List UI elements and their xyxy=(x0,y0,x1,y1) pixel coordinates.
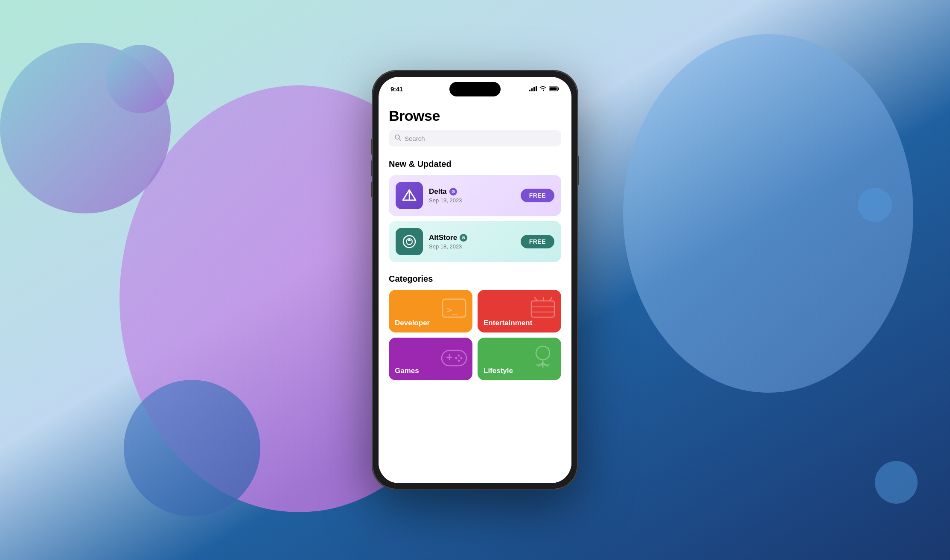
svg-point-20 xyxy=(453,191,454,192)
svg-marker-23 xyxy=(408,238,411,241)
categories-grid: >_ Developer xyxy=(379,290,571,380)
svg-point-26 xyxy=(463,237,464,238)
svg-rect-13 xyxy=(550,88,557,90)
delta-app-name: Delta xyxy=(429,187,447,196)
svg-rect-9 xyxy=(531,88,533,91)
altstore-verified-icon xyxy=(460,234,467,242)
search-icon xyxy=(395,134,401,142)
svg-point-39 xyxy=(460,357,463,359)
app-cards-list: Delta Sep 19, 2023 FREE xyxy=(379,175,571,262)
altstore-app-info: AltStore Sep 18, 2023 xyxy=(429,233,515,250)
phone-device: 9:41 xyxy=(373,71,577,489)
delta-name-row: Delta xyxy=(429,187,515,196)
svg-point-42 xyxy=(536,346,550,360)
new-updated-section: New & Updated xyxy=(379,159,571,262)
games-label: Games xyxy=(395,367,419,375)
delta-app-info: Delta Sep 19, 2023 xyxy=(429,187,515,204)
games-icon xyxy=(439,341,469,376)
altstore-app-card[interactable]: AltStore Sep 18, 2023 FREE xyxy=(389,221,561,262)
wifi-icon xyxy=(539,86,546,91)
altstore-app-date: Sep 18, 2023 xyxy=(429,243,515,250)
dynamic-island xyxy=(449,82,501,96)
category-lifestyle[interactable]: Lifestyle xyxy=(478,338,561,380)
categories-title: Categories xyxy=(379,274,571,284)
phone-screen: 9:41 xyxy=(379,77,571,483)
svg-rect-29 xyxy=(531,301,554,317)
page-title: Browse xyxy=(389,108,561,124)
category-developer[interactable]: >_ Developer xyxy=(389,290,472,332)
svg-line-15 xyxy=(399,139,401,140)
new-updated-title: New & Updated xyxy=(379,159,571,169)
lifestyle-label: Lifestyle xyxy=(484,367,513,375)
altstore-free-button[interactable]: FREE xyxy=(521,235,554,248)
svg-rect-8 xyxy=(529,90,530,91)
svg-point-40 xyxy=(458,360,460,362)
svg-point-21 xyxy=(403,236,415,248)
battery-icon xyxy=(549,86,560,91)
svg-point-38 xyxy=(458,355,460,357)
search-placeholder: Search xyxy=(405,135,425,142)
search-bar[interactable]: Search xyxy=(389,130,561,146)
developer-label: Developer xyxy=(395,319,430,327)
status-time: 9:41 xyxy=(390,85,403,93)
signal-icon xyxy=(529,86,537,91)
lifestyle-icon xyxy=(528,341,558,376)
status-icons xyxy=(529,86,560,91)
developer-icon: >_ xyxy=(439,293,469,328)
altstore-app-icon xyxy=(396,228,423,255)
browse-header: Browse Search xyxy=(379,101,571,159)
svg-rect-35 xyxy=(442,350,466,366)
delta-app-icon xyxy=(396,182,423,209)
entertainment-label: Entertainment xyxy=(484,319,532,327)
svg-rect-11 xyxy=(536,86,537,91)
altstore-name-row: AltStore xyxy=(429,233,515,242)
svg-point-41 xyxy=(455,357,458,359)
phone-scene: 9:41 xyxy=(0,0,950,560)
screen-content: Browse Search New & Update xyxy=(379,101,571,483)
delta-app-date: Sep 19, 2023 xyxy=(429,197,515,204)
entertainment-icon xyxy=(528,293,558,328)
category-entertainment[interactable]: Entertainment xyxy=(478,290,561,332)
altstore-app-name: AltStore xyxy=(429,233,457,242)
svg-text:>_: >_ xyxy=(447,305,458,315)
categories-section: Categories >_ Developer xyxy=(379,274,571,380)
delta-app-card[interactable]: Delta Sep 19, 2023 FREE xyxy=(389,175,561,216)
category-games[interactable]: Games xyxy=(389,338,472,380)
delta-free-button[interactable]: FREE xyxy=(521,189,554,202)
delta-verified-icon xyxy=(449,188,457,195)
svg-rect-10 xyxy=(533,87,535,91)
